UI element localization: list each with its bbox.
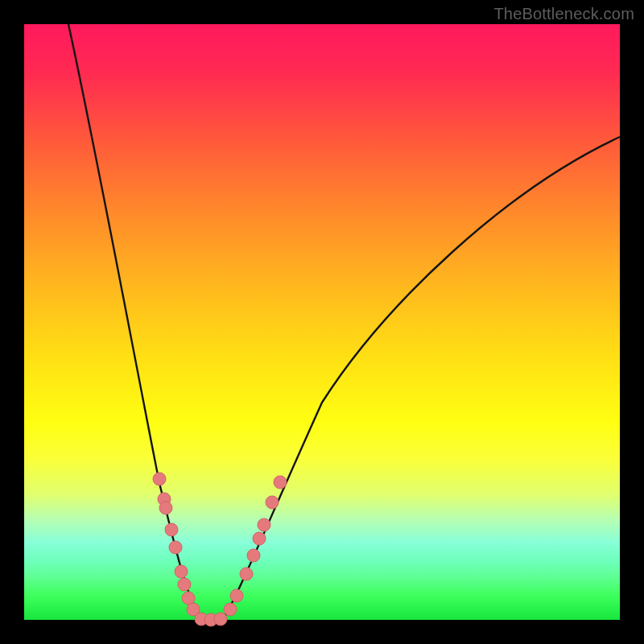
marker-dot bbox=[224, 603, 237, 616]
marker-dot bbox=[214, 613, 227, 625]
marker-dot bbox=[165, 523, 178, 536]
marker-dot bbox=[266, 496, 279, 509]
marker-dot bbox=[230, 589, 243, 602]
marker-dot bbox=[247, 549, 260, 562]
watermark-text: TheBottleneck.com bbox=[493, 5, 634, 23]
bottleneck-curve-right bbox=[224, 137, 620, 618]
marker-dot bbox=[175, 565, 188, 578]
marker-dot bbox=[240, 568, 253, 580]
marker-dot bbox=[153, 473, 166, 485]
marker-dot bbox=[258, 518, 270, 531]
chart-plot-area bbox=[24, 24, 620, 620]
marker-group bbox=[153, 473, 287, 626]
bottleneck-curve-left bbox=[68, 24, 200, 618]
marker-dot bbox=[159, 502, 172, 514]
chart-svg bbox=[24, 24, 620, 620]
marker-dot bbox=[274, 476, 287, 489]
marker-dot bbox=[178, 578, 191, 591]
marker-dot bbox=[169, 541, 182, 554]
marker-dot bbox=[253, 532, 266, 545]
